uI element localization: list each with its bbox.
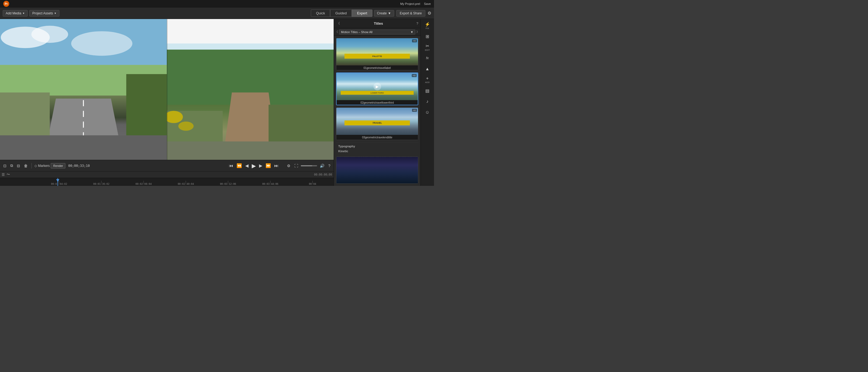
category-typography: Typography	[338, 144, 416, 148]
add-tool-button[interactable]: + ADD	[422, 75, 433, 85]
duplicate-icon[interactable]: ⧉	[9, 163, 14, 168]
top-bar: Pr My Project.prel Save	[0, 0, 434, 8]
title-card-1-corner-badge: HD	[412, 39, 417, 42]
title-card-2-label-bar: LOWER THIRD	[341, 91, 414, 95]
effects-tool-button[interactable]: fx	[422, 53, 433, 63]
top-bar-left: Pr	[3, 1, 9, 7]
frame-forward-button[interactable]: ▶	[258, 162, 264, 169]
render-button[interactable]: Render	[51, 163, 65, 168]
delete-icon[interactable]: 🗑	[23, 163, 29, 168]
markers-label: Markers	[38, 164, 50, 168]
title-card-1-label-bar: PALETTE	[344, 54, 410, 59]
project-assets-button[interactable]: Project Assets ▼	[29, 10, 59, 17]
toolbar-left: Add Media ▼ Project Assets ▼	[3, 10, 309, 17]
fullscreen-icon[interactable]: ⛶	[293, 163, 299, 168]
volume-fill	[301, 165, 312, 166]
panel-nav-left-button[interactable]: 《	[336, 21, 340, 26]
filter-dropdown-arrow-icon: ▼	[410, 30, 413, 34]
preview-divider	[167, 19, 167, 160]
music-icon: ♪	[426, 99, 429, 104]
title-card-1[interactable]: PALETTE HD 01geometrictravellabel	[336, 38, 418, 70]
color-icon: ▲	[425, 66, 430, 71]
title-card-1-bg: PALETTE HD	[336, 38, 418, 65]
fix-tool-button[interactable]: ⚡ FIX	[422, 21, 433, 30]
timeline-icon: ▤	[425, 88, 429, 93]
title-card-3-thumbnail: TRAVEL HD	[336, 108, 418, 135]
mode-guided-button[interactable]: Guided	[330, 9, 352, 17]
project-assets-arrow-icon: ▼	[54, 12, 56, 14]
add-media-button[interactable]: Add Media ▼	[3, 10, 28, 17]
filter-dropdown[interactable]: Motion Titles – Show All ▼	[339, 30, 415, 34]
volume-icon[interactable]: 🔊	[319, 163, 326, 168]
fix-icon: ⚡	[425, 22, 430, 27]
title-card-1-name: 01geometrictravellabel	[336, 65, 418, 70]
add-media-label: Add Media	[6, 11, 21, 15]
title-card-3-bg: TRAVEL HD	[336, 108, 418, 135]
export-share-button[interactable]: Export & Share	[396, 10, 425, 17]
step-forward-button[interactable]: ⏩	[264, 162, 272, 169]
emoji-tool-button[interactable]: ☺	[422, 107, 433, 117]
step-back-button[interactable]: ⏪	[235, 162, 243, 169]
title-card-2-play-overlay[interactable]: ▶	[373, 83, 381, 90]
titles-filter-bar: 《 Motion Titles – Show All ▼ 》	[334, 28, 421, 36]
title-card-2-thumbnail: LOWER THIRD ▶ HD	[337, 73, 418, 100]
goto-end-button[interactable]: ⏭	[273, 163, 280, 169]
preview-left-bg	[0, 19, 167, 160]
settings-button[interactable]: ⚙	[428, 10, 431, 16]
panel-help-icon[interactable]: ?	[416, 22, 418, 26]
music-tool-button[interactable]: ♪	[422, 97, 433, 106]
title-card-2-corner-badge: HD	[412, 74, 416, 77]
title-card-3[interactable]: TRAVEL HD 03geometrictravelendtitle	[336, 107, 418, 140]
project-assets-label: Project Assets	[32, 11, 53, 15]
app-logo: Pr	[3, 1, 9, 7]
mode-expert-button[interactable]: Expert	[352, 9, 372, 17]
save-button[interactable]: Save	[424, 2, 431, 5]
ruler-mark-1: 00:01:04:02	[38, 183, 80, 185]
color-tool-button[interactable]: ▲	[422, 64, 433, 74]
snapshot-icon[interactable]: ⊡	[2, 163, 8, 168]
ruler-marks: 00:01:04:02 00:01:36:02 00:02:08:04 00:0…	[38, 183, 334, 185]
edit-tool-button[interactable]: ✂ EDIT	[422, 42, 433, 52]
play-button[interactable]: ▶	[250, 162, 257, 169]
title-card-3-corner-badge: HD	[412, 109, 417, 112]
title-card-2[interactable]: LOWER THIRD ▶ HD 02geometrictravellowert…	[336, 72, 418, 105]
clip-icon[interactable]: ⊟	[16, 163, 21, 168]
title-card-4[interactable]	[336, 157, 418, 184]
goto-start-button[interactable]: ⏮	[227, 163, 235, 169]
svg-point-3	[71, 31, 132, 56]
marker-icon: ◇	[34, 164, 37, 168]
preview-area	[0, 19, 334, 160]
title-card-2-name: 02geometrictravellowerthird	[337, 100, 418, 105]
title-card-1-thumbnail: PALETTE HD	[336, 38, 418, 65]
waveform-icon[interactable]: 〜	[6, 172, 10, 177]
volume-slider[interactable]	[301, 165, 317, 166]
mode-quick-button[interactable]: Quick	[311, 9, 330, 17]
filter-dropdown-label: Motion Titles – Show All	[341, 30, 372, 34]
help-icon[interactable]: ?	[327, 163, 332, 168]
settings-small-icon[interactable]: ⚙	[286, 163, 291, 168]
markers-section: ◇ Markers Render 00;00;33;10	[34, 163, 90, 168]
main-toolbar: Add Media ▼ Project Assets ▼ Quick Guide…	[0, 8, 434, 19]
timeline-tool-button[interactable]: ▤	[422, 86, 433, 95]
timeline-toolbar: ☰ 〜 00:00:00;00	[0, 172, 334, 178]
titles-panel-title: Titles	[340, 22, 416, 26]
frame-back-button[interactable]: ◀	[244, 162, 250, 169]
title-card-2-bg: LOWER THIRD ▶ HD	[337, 73, 418, 100]
titles-panel: 《 Titles ? 《 Motion Titles – Show All ▼ …	[334, 19, 421, 186]
left-panel: ⊡ ⧉ ⊟ 🗑 ◇ Markers Render 00;00;33;10 ⏮ ⏪…	[0, 19, 334, 186]
filter-nav-left-button[interactable]: 《	[335, 30, 338, 34]
title-card-3-name: 03geometrictravelendtitle	[336, 135, 418, 140]
adjust-tool-button[interactable]: ⊞	[422, 31, 433, 41]
right-controls: ⚙ ⛶ 🔊 ?	[286, 163, 332, 168]
effects-icon: fx	[426, 56, 429, 60]
controls-bar: ⊡ ⧉ ⊟ 🗑 ◇ Markers Render 00;00;33;10 ⏮ ⏪…	[0, 160, 334, 171]
side-tools-panel: ⚡ FIX ⊞ ✂ EDIT fx ▲ + ADD ▤ ♪ ☺	[421, 19, 434, 186]
ruler-mark-4: 00:02:40:04	[165, 183, 207, 185]
title-card-4-thumbnail	[336, 157, 418, 184]
timeline-settings-icon[interactable]: ☰	[2, 173, 5, 177]
create-button[interactable]: Create ▼	[374, 10, 394, 17]
svg-rect-18	[167, 142, 334, 160]
preview-right-bg	[167, 19, 334, 160]
filter-nav-right-button[interactable]: 》	[416, 30, 420, 34]
titles-categories: Typography Kinetic	[336, 142, 418, 154]
